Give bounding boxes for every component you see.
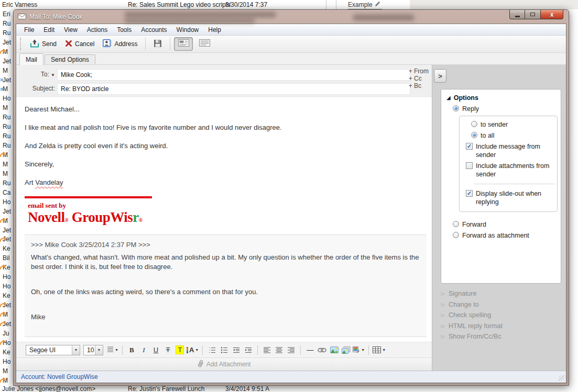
address-button[interactable]: Address	[99, 37, 141, 51]
options-extra-item[interactable]: ▷ Signature	[441, 290, 503, 297]
forward-as-attachment-radio[interactable]: Forward as attachment	[453, 231, 557, 240]
background-list-item[interactable]: » Jet	[0, 38, 14, 47]
bullet-list-button[interactable]	[219, 344, 230, 355]
menu-item[interactable]: View	[59, 26, 82, 33]
decrease-indent-button[interactable]	[231, 344, 242, 355]
font-color-button[interactable]: A ▼	[187, 344, 199, 355]
align-center-button[interactable]	[274, 344, 285, 355]
background-list-item[interactable]: » Ho	[0, 282, 14, 291]
background-list-item[interactable]: » M	[0, 310, 14, 319]
background-list-item[interactable]: » Ru	[0, 178, 14, 188]
to-input[interactable]: Mike Cook;	[57, 69, 410, 81]
underline-button[interactable]: U	[150, 344, 161, 355]
address-field-link[interactable]: + Cc	[409, 75, 429, 82]
options-header[interactable]: ◢ Options	[446, 94, 557, 102]
menu-item[interactable]: Window	[172, 26, 204, 33]
background-list-item[interactable]: » Ke	[0, 291, 14, 300]
background-list-item[interactable]: » Ho	[0, 197, 14, 207]
view-compact-toggle-button[interactable]	[174, 37, 193, 51]
background-color-button[interactable]: ▼	[353, 344, 365, 355]
background-list-item[interactable]: » Jet	[0, 75, 14, 85]
reply-to-all-radio[interactable]: to all	[471, 131, 555, 140]
font-size-select[interactable]: 10 ▼	[83, 345, 103, 355]
background-list-item[interactable]: » Bil	[0, 253, 14, 263]
italic-button[interactable]: I	[138, 344, 149, 355]
background-list-item[interactable]: » Ho	[0, 357, 14, 366]
add-attachment-bar[interactable]: Add Attachment	[16, 357, 432, 371]
tab[interactable]: Mail	[19, 53, 43, 65]
insert-link-button[interactable]	[317, 344, 328, 355]
background-list-item[interactable]: » M	[0, 366, 14, 376]
align-right-button[interactable]	[286, 344, 297, 355]
background-list-item[interactable]: » Jet	[0, 57, 14, 66]
background-list-item[interactable]: » Jet	[0, 300, 14, 310]
subject-input[interactable]: Re: BYOD article	[57, 83, 410, 95]
menu-item[interactable]: Actions	[82, 26, 112, 33]
background-list-item[interactable]: » M	[0, 216, 14, 226]
increase-indent-button[interactable]	[243, 344, 254, 355]
background-top-row[interactable]: Eric Varness Re: Sales Summit Lego video…	[0, 0, 578, 9]
include-attachments-checkbox[interactable]: Include attachments from sender	[466, 162, 555, 178]
background-bottom-row[interactable]: Julie Jones <jjones@novell.com> Re: Just…	[0, 385, 578, 392]
highlight-button[interactable]: T	[175, 344, 186, 355]
display-slideout-checkbox[interactable]: ✓ Display slide-out when replying	[466, 189, 555, 206]
background-list-item[interactable]: » M	[0, 150, 14, 160]
background-list-item[interactable]: » Jet	[0, 226, 14, 235]
background-list-item[interactable]: » Ru	[0, 19, 14, 28]
background-list-item[interactable]: » Ru	[0, 141, 14, 150]
background-list-item[interactable]: » Ru	[0, 113, 14, 122]
background-list-item[interactable]: » M	[0, 376, 14, 385]
font-family-select[interactable]: Segoe UI ▼	[26, 345, 80, 355]
address-field-link[interactable]: + From	[409, 68, 429, 75]
background-list-item[interactable]: » Ke	[0, 244, 14, 253]
tab[interactable]: Send Options	[45, 54, 95, 64]
message-body-editor[interactable]: Dearest Michael... I like meat and nail …	[16, 97, 432, 342]
reply-to-sender-radio[interactable]: to sender	[471, 120, 555, 129]
toolbar-grip[interactable]	[20, 38, 22, 50]
save-draft-button[interactable]	[149, 37, 166, 51]
background-list-item[interactable]: » Ru	[0, 131, 14, 141]
insert-image-button[interactable]	[329, 344, 340, 355]
cancel-button[interactable]: Cancel	[61, 38, 99, 51]
insert-image-frame-button[interactable]	[341, 344, 352, 355]
resize-grip[interactable]	[559, 375, 565, 382]
example-field[interactable]: Example	[348, 1, 382, 9]
insert-table-button[interactable]: ▼	[373, 344, 386, 355]
minimize-button[interactable]	[509, 10, 525, 19]
menu-item[interactable]: Accounts	[136, 26, 171, 33]
options-extra-item[interactable]: ▷ HTML reply format	[441, 322, 503, 330]
options-extra-item[interactable]: ▷ Change to	[441, 301, 503, 308]
forward-radio[interactable]: Forward	[453, 220, 557, 229]
background-list-item[interactable]: » Ru	[0, 122, 14, 131]
background-list-item[interactable]: » M	[0, 169, 14, 178]
numbered-list-button[interactable]	[206, 344, 217, 355]
background-list-item[interactable]: » Ju	[0, 329, 14, 338]
view-full-toggle-button[interactable]	[195, 37, 214, 51]
background-list-item[interactable]: » Ho	[0, 338, 14, 348]
to-label[interactable]: To: ▼	[17, 71, 55, 78]
horizontal-rule-button[interactable]: —	[304, 344, 315, 355]
line-spacing-button[interactable]: ▼	[107, 344, 118, 355]
close-button[interactable]: x	[540, 10, 563, 19]
background-list-item[interactable]: » M	[0, 103, 14, 113]
collapse-panel-button[interactable]: >	[434, 69, 446, 83]
reply-radio[interactable]: Reply	[453, 105, 557, 113]
menu-item[interactable]: File	[19, 26, 39, 33]
background-list-item[interactable]: » Jet	[0, 207, 14, 216]
background-list-item[interactable]: » M	[0, 66, 14, 75]
background-list-item[interactable]: » Ca	[0, 188, 14, 197]
background-list-item[interactable]: » Ho	[0, 272, 14, 282]
background-list-item[interactable]: » Ke	[0, 263, 14, 272]
background-list-item[interactable]: » Ru	[0, 28, 14, 38]
background-list-item[interactable]: » M	[0, 85, 14, 94]
background-list-item[interactable]: » Jet	[0, 319, 14, 329]
titlebar[interactable]: Mail To: Mike Cook x	[14, 10, 569, 24]
maximize-button[interactable]	[525, 10, 540, 19]
background-list-item[interactable]: » Eri	[0, 9, 14, 19]
background-list-item[interactable]: » Jet	[0, 235, 14, 244]
strikethrough-button[interactable]: T	[162, 344, 173, 355]
background-list-item[interactable]: » Ke	[0, 348, 14, 357]
options-extra-item[interactable]: ▷ Show From/Cc/Bc	[441, 333, 503, 340]
address-field-link[interactable]: + Bc	[409, 82, 429, 89]
options-extra-item[interactable]: ▷ Check spelling	[441, 311, 503, 319]
